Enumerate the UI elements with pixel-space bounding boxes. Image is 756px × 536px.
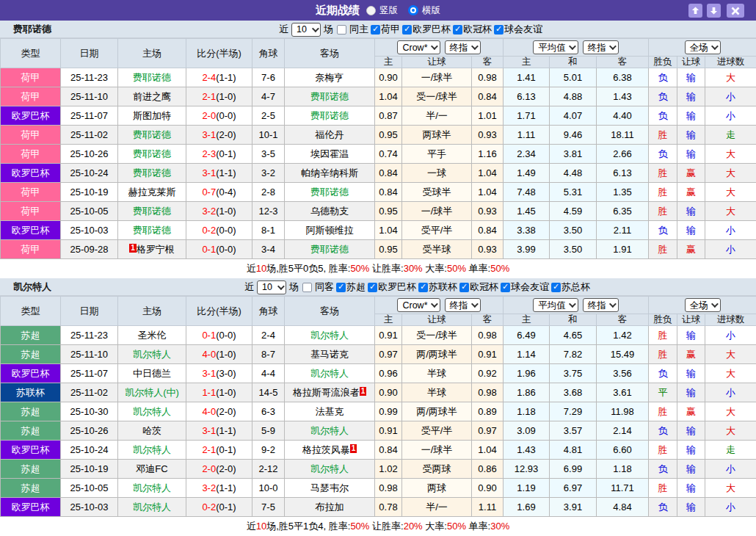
scope-select[interactable]: 全场	[685, 40, 721, 54]
team-link[interactable]: 凯尔特人	[310, 463, 349, 474]
scope-select[interactable]: 全场	[685, 298, 721, 312]
team-link[interactable]: 帕纳辛纳科斯	[301, 167, 358, 178]
match-count-select[interactable]: 10	[257, 280, 286, 294]
odds-company-select[interactable]: Crow*	[397, 40, 440, 54]
league-checkbox[interactable]: ✓	[494, 25, 504, 35]
team-link[interactable]: 阿斯顿维拉	[306, 225, 354, 236]
index-type-select[interactable]: 终指	[445, 298, 481, 312]
league-checkbox[interactable]: ✓	[336, 283, 346, 292]
odds-company-select[interactable]: Crow*	[397, 298, 440, 312]
league-checkbox[interactable]: ✓	[551, 283, 561, 292]
record-summary: 近10场,胜5平0负5, 胜率:50% 让胜率:30% 大率:50% 单率:50…	[0, 259, 756, 278]
team-link[interactable]: 圣米伦	[138, 330, 167, 341]
summary-text: 场,胜5平0负5, 胜率:	[266, 263, 350, 274]
team-link[interactable]: 费耶诺德	[133, 148, 171, 159]
team-link[interactable]: 哈茨	[142, 425, 161, 436]
handicap-cell: 受一/球半	[402, 326, 472, 345]
match-row: 欧罗巴杯25-10-03凯尔特人0-2(0-1)7-5布拉加0.78半/一1.1…	[1, 498, 756, 517]
avg-home-cell: 1.69	[504, 498, 550, 517]
team-link[interactable]: 中日德兰	[133, 368, 171, 379]
team-link[interactable]: 格拉茨风暴	[302, 444, 350, 455]
league-checkbox[interactable]: ✓	[371, 25, 380, 35]
match-count-select[interactable]: 10	[291, 23, 321, 37]
league-type-cell: 苏超	[1, 326, 61, 345]
league-checkbox[interactable]: ✓	[453, 25, 462, 35]
goals-result-cell: 大	[705, 345, 756, 364]
goals-result-cell: 小	[705, 460, 756, 479]
team-link[interactable]: 费耶诺德	[310, 91, 349, 102]
match-row: 荷甲25-10-19赫拉克莱斯0-7(0-4)2-8费耶诺德0.84受球半1.0…	[1, 183, 756, 202]
handicap-result-cell: 赢	[677, 164, 705, 183]
average-select[interactable]: 平均值	[533, 298, 578, 312]
half-time-score: (2-0)	[216, 129, 236, 140]
away-team-cell: 福伦丹	[285, 126, 375, 145]
sub-header-avg-home: 主	[504, 57, 550, 68]
summary-text: 50%	[490, 263, 509, 274]
team-link[interactable]: 费耶诺德	[310, 186, 349, 198]
match-row: 欧罗巴杯25-10-03费耶诺德0-2(0-0)8-1阿斯顿维拉1.04受平/半…	[1, 221, 756, 240]
team-link[interactable]: 凯尔特人	[310, 330, 349, 341]
team-link[interactable]: 凯尔特人	[133, 406, 171, 417]
away-odds-cell: 1.04	[472, 183, 504, 202]
team-link[interactable]: 马瑟韦尔	[310, 482, 349, 493]
move-up-button[interactable]	[688, 4, 702, 18]
team-link[interactable]: 布拉加	[316, 501, 344, 513]
league-checkbox[interactable]: ✓	[368, 283, 377, 292]
average-select[interactable]: 平均值	[533, 40, 578, 54]
title-bar: 近期战绩 竖版横版	[0, 0, 756, 21]
team-link[interactable]: 法基克	[316, 406, 344, 417]
team-link[interactable]: 凯尔特人	[133, 482, 171, 493]
team-link[interactable]: 奈梅亨	[316, 72, 344, 83]
close-button[interactable]	[727, 4, 744, 18]
match-row: 苏超25-11-10凯尔特人4-0(1-0)8-7基马诺克0.97两/两球半0.…	[1, 345, 756, 364]
team-link[interactable]: 前进之鹰	[133, 91, 171, 102]
team-link[interactable]: 福伦丹	[316, 129, 344, 140]
layout-radio-horizontal[interactable]: 横版	[408, 4, 440, 17]
team-link[interactable]: 格罗宁根	[137, 244, 175, 255]
team-link[interactable]: 斯图加特	[133, 110, 171, 121]
match-row: 苏超25-10-26哈茨3-1(1-1)5-9凯尔特人0.91受平/半0.973…	[1, 421, 756, 441]
team-link[interactable]: 埃因霍温	[310, 148, 349, 159]
move-down-button[interactable]	[707, 4, 721, 18]
team-link[interactable]: 凯尔特人	[133, 501, 171, 513]
corner-cell: 7-6	[252, 68, 285, 87]
team-link[interactable]: 凯尔特人(中)	[125, 387, 179, 398]
team-link[interactable]: 赫拉克莱斯	[128, 186, 176, 198]
index-type-select-2[interactable]: 终指	[583, 40, 619, 54]
team-link[interactable]: 凯尔特人	[133, 349, 171, 360]
col-header-score: 比分(半场)	[186, 297, 252, 326]
result-cell: 胜	[649, 441, 677, 460]
avg-home-cell: 12.93	[504, 460, 550, 479]
index-type-select-2[interactable]: 终指	[583, 298, 619, 312]
team-link[interactable]: 乌德勒支	[310, 206, 349, 217]
team-link[interactable]: 费耶诺德	[133, 72, 171, 83]
match-date-cell: 25-11-10	[61, 87, 118, 106]
league-checkbox[interactable]: ✓	[402, 25, 412, 35]
same-venue-checkbox[interactable]	[337, 25, 346, 35]
full-time-score: 0-1	[202, 244, 216, 255]
league-checkbox[interactable]: ✓	[459, 283, 469, 292]
handicap-cell: 半/一	[402, 106, 472, 126]
team-link[interactable]: 费耶诺德	[310, 110, 349, 121]
team-link[interactable]: 凯尔特人	[310, 368, 349, 379]
index-type-select[interactable]: 终指	[445, 40, 481, 54]
handicap-cell: 半球	[402, 383, 472, 402]
team-link[interactable]: 费耶诺德	[310, 244, 349, 255]
team-link[interactable]: 邓迪FC	[136, 463, 167, 474]
goals-result-cell: 小	[705, 498, 756, 517]
away-team-cell: 凯尔特人	[285, 364, 375, 383]
league-checkbox[interactable]: ✓	[418, 283, 428, 292]
team-link[interactable]: 费耶诺德	[133, 206, 171, 217]
team-link[interactable]: 基马诺克	[310, 349, 349, 360]
full-time-score: 3-1	[202, 425, 216, 436]
team-link[interactable]: 格拉斯哥流浪者	[293, 387, 360, 398]
team-link[interactable]: 费耶诺德	[133, 225, 171, 236]
league-checkbox[interactable]: ✓	[501, 283, 510, 292]
team-link[interactable]: 凯尔特人	[133, 444, 171, 455]
team-link[interactable]: 费耶诺德	[133, 167, 171, 178]
team-link[interactable]: 凯尔特人	[310, 425, 349, 436]
handicap-result-cell: 赢	[677, 240, 705, 259]
team-link[interactable]: 费耶诺德	[133, 129, 171, 140]
layout-radio-vertical[interactable]: 竖版	[366, 4, 398, 17]
same-venue-checkbox[interactable]	[302, 283, 312, 292]
